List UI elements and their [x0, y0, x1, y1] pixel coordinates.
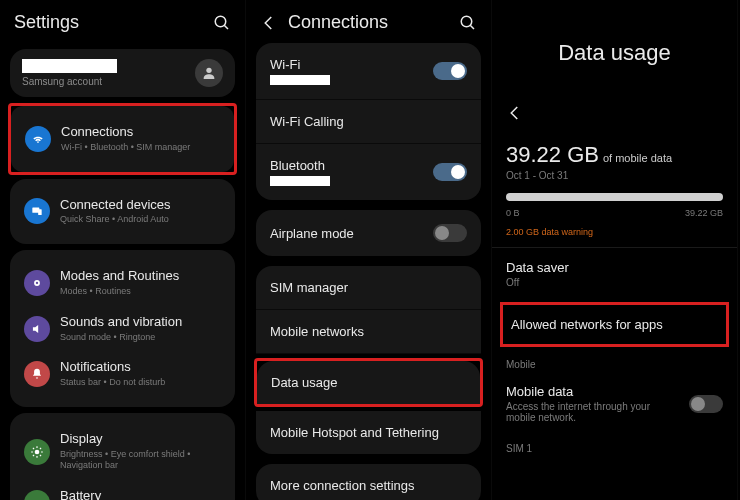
battery-icon	[24, 490, 50, 500]
item-sub: Modes • Routines	[60, 286, 221, 298]
row-label: Allowed networks for apps	[511, 317, 718, 332]
battery-item[interactable]: Battery Power saving • Charging	[22, 480, 223, 500]
modes-icon	[24, 270, 50, 296]
avatar-icon[interactable]	[195, 59, 223, 87]
bluetooth-toggle[interactable]	[433, 163, 467, 181]
mobile-section: Mobile	[492, 349, 737, 374]
date-range: Oct 1 - Oct 31	[492, 170, 737, 189]
bell-icon	[24, 361, 50, 387]
row-label: Data usage	[271, 375, 338, 390]
svg-point-0	[215, 16, 226, 27]
modes-routines-group: Modes and Routines Modes • Routines Soun…	[10, 250, 235, 407]
data-saver-row[interactable]: Data saver Off	[492, 247, 737, 300]
notifications-item[interactable]: Notifications Status bar • Do not distur…	[22, 351, 223, 397]
row-state: Off	[506, 277, 723, 288]
svg-point-10	[461, 16, 472, 27]
data-usage-title: Data usage	[492, 0, 737, 96]
amount-suffix: of mobile data	[603, 152, 672, 164]
data-warning: 2.00 GB data warning	[492, 221, 737, 247]
settings-title: Settings	[14, 12, 203, 33]
wifi-name-redacted	[270, 75, 330, 85]
item-sub: Wi-Fi • Bluetooth • SIM manager	[61, 142, 220, 154]
connections-highlight: Connections Wi-Fi • Bluetooth • SIM mana…	[8, 103, 237, 175]
svg-point-7	[35, 449, 40, 454]
item-title: Modes and Routines	[60, 268, 221, 285]
account-name-redacted	[22, 59, 117, 73]
connections-header: Connections	[246, 0, 491, 43]
connections-item[interactable]: Connections Wi-Fi • Bluetooth • SIM mana…	[11, 106, 234, 172]
airplane-row[interactable]: Airplane mode	[256, 210, 481, 256]
back-icon[interactable]	[260, 14, 278, 32]
settings-header: Settings	[0, 0, 245, 43]
modes-item[interactable]: Modes and Routines Modes • Routines	[22, 260, 223, 306]
svg-line-11	[470, 25, 474, 29]
row-label: Wi-Fi Calling	[270, 114, 344, 129]
connections-title: Connections	[288, 12, 449, 33]
svg-point-6	[36, 282, 38, 284]
allowed-networks-highlight: Allowed networks for apps	[500, 302, 729, 347]
connections-panel: Connections Wi-Fi Wi-Fi Calling Bluetoot…	[246, 0, 492, 500]
account-card[interactable]: Samsung account	[10, 49, 235, 97]
settings-panel: Settings Samsung account Connections Wi-…	[0, 0, 246, 500]
item-title: Sounds and vibration	[60, 314, 221, 331]
item-sub: Status bar • Do not disturb	[60, 377, 221, 389]
item-sub: Sound mode • Ringtone	[60, 332, 221, 344]
hotspot-row[interactable]: Mobile Hotspot and Tethering	[256, 411, 481, 454]
more-row[interactable]: More connection settings	[256, 464, 481, 500]
sounds-item[interactable]: Sounds and vibration Sound mode • Ringto…	[22, 306, 223, 352]
bluetooth-name-redacted	[270, 176, 330, 186]
mobile-data-row[interactable]: Mobile data Access the internet through …	[492, 374, 737, 433]
wifi-row[interactable]: Wi-Fi	[256, 43, 481, 100]
item-title: Connections	[61, 124, 220, 141]
row-label: Data saver	[506, 260, 723, 275]
bar-max: 39.22 GB	[685, 208, 723, 218]
bar-min: 0 B	[506, 208, 520, 218]
mobile-networks-row[interactable]: Mobile networks	[256, 310, 481, 354]
search-icon[interactable]	[459, 14, 477, 32]
item-sub: Quick Share • Android Auto	[60, 214, 221, 226]
row-sub: Access the internet through your mobile …	[506, 401, 679, 423]
svg-line-1	[224, 25, 228, 29]
wifi-calling-row[interactable]: Wi-Fi Calling	[256, 100, 481, 144]
back-button[interactable]	[492, 96, 737, 134]
item-title: Display	[60, 431, 221, 448]
devices-icon	[24, 198, 50, 224]
usage-amount: 39.22 GBof mobile data	[492, 134, 737, 170]
display-icon	[24, 439, 50, 465]
row-label: Mobile data	[506, 384, 679, 399]
sound-icon	[24, 316, 50, 342]
airplane-toggle[interactable]	[433, 224, 467, 242]
back-icon	[506, 104, 524, 122]
usage-bar	[506, 193, 723, 201]
item-title: Notifications	[60, 359, 221, 376]
row-label: Mobile Hotspot and Tethering	[270, 425, 439, 440]
svg-point-2	[206, 68, 211, 73]
allowed-networks-row[interactable]: Allowed networks for apps	[503, 305, 726, 344]
connected-devices-item[interactable]: Connected devices Quick Share • Android …	[10, 179, 235, 245]
mobile-data-toggle[interactable]	[689, 395, 723, 413]
item-title: Connected devices	[60, 197, 221, 214]
wifi-icon	[25, 126, 51, 152]
bluetooth-row[interactable]: Bluetooth	[256, 144, 481, 200]
row-label: SIM manager	[270, 280, 348, 295]
sim-section: SIM 1	[492, 433, 737, 458]
row-label: Mobile networks	[270, 324, 364, 339]
data-usage-row[interactable]: Data usage	[257, 361, 480, 404]
item-title: Battery	[60, 488, 221, 500]
svg-rect-4	[38, 210, 42, 216]
search-icon[interactable]	[213, 14, 231, 32]
item-sub: Brightness • Eye comfort shield • Naviga…	[60, 449, 221, 472]
row-label: Bluetooth	[270, 158, 433, 173]
amount-value: 39.22 GB	[506, 142, 599, 167]
account-sub: Samsung account	[22, 76, 185, 87]
data-usage-highlight: Data usage	[254, 358, 483, 407]
display-item[interactable]: Display Brightness • Eye comfort shield …	[22, 423, 223, 480]
bar-labels: 0 B 39.22 GB	[492, 205, 737, 221]
display-battery-group: Display Brightness • Eye comfort shield …	[10, 413, 235, 500]
sim-row[interactable]: SIM manager	[256, 266, 481, 310]
row-label: Wi-Fi	[270, 57, 433, 72]
wifi-toggle[interactable]	[433, 62, 467, 80]
row-label: More connection settings	[270, 478, 415, 493]
data-usage-panel: Data usage 39.22 GBof mobile data Oct 1 …	[492, 0, 738, 500]
row-label: Airplane mode	[270, 226, 354, 241]
